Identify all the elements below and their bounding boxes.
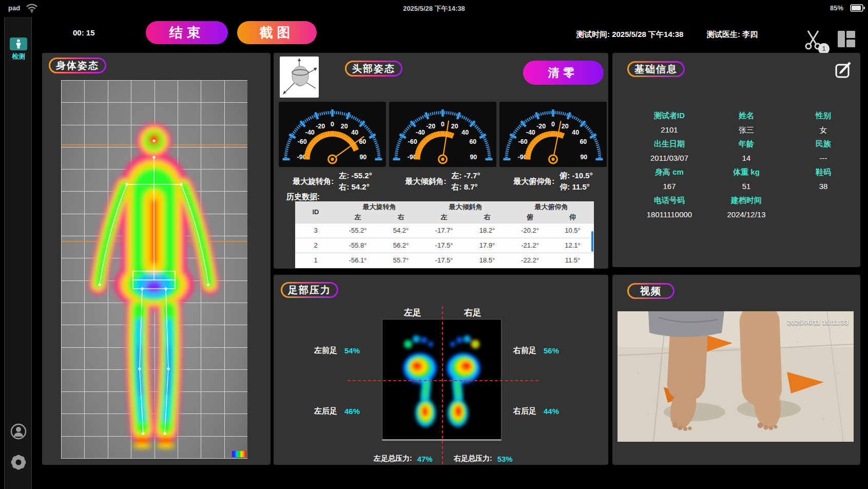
left-foot-label: 左足 (398, 307, 427, 318)
stat-label: 最大倾斜角: (405, 177, 446, 186)
clear-button[interactable]: 清零 (523, 61, 604, 85)
sidebar-item-detect-label: 检测 (5, 52, 32, 61)
end-button[interactable]: 结束 (146, 21, 228, 44)
field-age: 年龄14 (708, 139, 785, 167)
video-title: 视频 (627, 283, 674, 299)
table-row: 1-56.1°55.7°-17.5°18.5°-22.2°11.5° (295, 253, 594, 268)
quad-label: 右前足 (513, 346, 536, 355)
field-name: 姓名张三 (708, 111, 785, 139)
video-frame: 2025/06/11 15:11:33 (618, 311, 854, 442)
field-ethnicity: 民族--- (785, 139, 862, 167)
right-rearfoot-stat: 右后足 44% (513, 406, 559, 416)
field-record-date: 建档时间2024/12/13 (708, 196, 785, 224)
col-group-pitch: 最大俯仰角 (509, 201, 594, 212)
stat-up: 仰: 11.5° (560, 182, 592, 192)
account-icon[interactable] (10, 423, 27, 440)
quad-label: 左后足 (314, 406, 337, 416)
color-scale-legend (232, 451, 246, 457)
stat-label: 最大俯仰角: (513, 177, 554, 186)
head-axes-thumbnail (280, 57, 319, 98)
stat-right: 右: 8.7° (451, 182, 480, 192)
subcol: 右 (379, 212, 422, 223)
edit-icon[interactable] (835, 61, 852, 78)
person-icon (14, 39, 23, 49)
left-foot-total: 左足总压力: 47% (374, 454, 433, 463)
history-data-label: 历史数据: (286, 192, 320, 202)
svg-text:60: 60 (580, 138, 587, 145)
svg-text:90: 90 (580, 154, 587, 161)
stat-right: 右: 54.2° (339, 182, 372, 192)
body-posture-title: 身体姿态 (49, 58, 106, 73)
svg-text:0: 0 (551, 121, 555, 128)
crosshair-horizontal (348, 380, 538, 381)
right-forefoot-stat: 右前足 56% (513, 346, 559, 355)
svg-text:90: 90 (470, 154, 477, 161)
statusbar-datetime: 2025/5/28 下午14:38 (403, 4, 465, 13)
svg-text:20: 20 (451, 123, 458, 130)
wifi-icon (26, 3, 38, 13)
svg-text:90: 90 (359, 154, 367, 161)
col-group-rotation: 最大旋转角 (336, 201, 422, 212)
subcol: 仰 (551, 212, 594, 223)
pitch-stats: 最大俯仰角: 俯: -10.5° 仰: 11.5° (499, 170, 607, 193)
video-timestamp: 2025/06/11 15:11:33 (787, 318, 848, 326)
app-root: pad 2025/5/28 下午14:38 85% 检测 (0, 0, 868, 489)
col-group-tilt: 最大倾斜角 (422, 201, 509, 212)
total-label: 左足总压力: (374, 454, 412, 463)
basic-info-fields: 测试者ID2101 姓名张三 性别女 出生日期2011/03/07 年龄14 民… (631, 111, 862, 224)
right-foot-total: 右足总压力: 53% (454, 454, 513, 463)
quad-value: 46% (344, 407, 360, 416)
stat-down: 俯: -10.5° (560, 171, 592, 181)
svg-text:60: 60 (469, 138, 476, 145)
svg-text:20: 20 (562, 123, 569, 130)
test-time-label: 测试时间: 2025/5/28 下午14:38 (576, 30, 683, 40)
right-foot-label: 右足 (458, 307, 487, 318)
stat-left: 左: -7.7° (451, 171, 480, 181)
subcol: 左 (422, 212, 466, 223)
sidebar-item-detect[interactable] (10, 37, 27, 50)
field-phone: 电话号码18011110000 (631, 196, 708, 224)
stat-label: 最大旋转角: (293, 177, 334, 186)
body-thermal-figure (61, 80, 247, 459)
layout-grid-icon[interactable] (838, 31, 855, 47)
battery-icon (850, 4, 865, 12)
basic-info-title: 基础信息 (627, 61, 685, 77)
screenshot-button[interactable]: 截图 (237, 21, 317, 44)
svg-text:20: 20 (341, 123, 348, 130)
subcol: 俯 (509, 212, 551, 223)
total-value: 53% (497, 455, 513, 463)
table-scrollbar[interactable] (591, 231, 593, 252)
battery-percent: 85% (830, 4, 843, 12)
quad-value: 54% (344, 346, 360, 355)
svg-text:0: 0 (441, 121, 445, 128)
svg-text:-40: -40 (526, 129, 535, 136)
session-timer: 00: 15 (73, 28, 95, 37)
pitch-gauge: -90-60-40-20020406090 (499, 102, 607, 167)
rotation-gauge: -90-60-40-20020406090 (279, 102, 386, 167)
table-row: 2-55.8°56.2°-17.5°17.9°-21.2°12.1° (295, 238, 594, 253)
field-height: 身高 cm167 (631, 167, 708, 196)
col-id: ID (295, 201, 336, 223)
test-doctor-label: 测试医生: 李四 (707, 30, 758, 40)
subcol: 左 (336, 212, 379, 223)
foot-pressure-title: 足部压力 (281, 282, 338, 298)
field-gender: 性别女 (785, 111, 862, 139)
gear-icon[interactable] (9, 453, 28, 472)
history-table: ID 最大旋转角 最大倾斜角 最大俯仰角 左 右 左 右 俯 仰 3-55.2°… (295, 201, 594, 268)
body-scan-image (61, 80, 247, 459)
svg-text:-40: -40 (416, 129, 425, 136)
tilt-gauge: -90-60-40-20020406090 (389, 102, 496, 167)
total-value: 47% (417, 455, 433, 463)
left-forefoot-stat: 左前足 54% (314, 346, 360, 355)
field-weight: 体重 kg51 (708, 167, 785, 196)
svg-text:0: 0 (331, 121, 334, 128)
svg-text:-20: -20 (536, 123, 546, 130)
quad-value: 44% (544, 407, 559, 416)
svg-text:40: 40 (461, 129, 469, 136)
stat-left: 左: -55.2° (339, 171, 372, 181)
field-birthdate: 出生日期2011/03/07 (631, 139, 708, 167)
svg-text:40: 40 (572, 129, 579, 136)
subcol: 右 (466, 212, 509, 223)
field-shoe-size: 鞋码38 (785, 167, 862, 196)
svg-text:-40: -40 (305, 129, 315, 136)
